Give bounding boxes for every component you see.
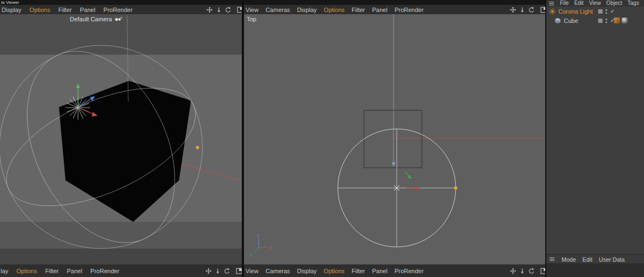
viewport-nav-icons [510,268,547,274]
menu-filter[interactable]: Filter [45,268,58,274]
object-name[interactable]: Cube [564,17,578,24]
texture-tag[interactable] [614,17,620,23]
om-menu-user-data[interactable]: User Data [599,256,624,263]
camera-label-text: Default Camera [70,16,112,22]
pan-icon[interactable] [205,268,212,274]
material-tag[interactable] [622,17,628,23]
cube-top-outline[interactable] [364,110,422,168]
hamburger-icon[interactable] [548,1,554,6]
perspective-scene [0,14,242,264]
om-menu-object[interactable]: Object [606,0,622,6]
cinema4d-workspace: te Viewer Display Options Filter Panel P… [0,0,644,277]
rotate-icon[interactable] [528,268,535,274]
menu-filter[interactable]: Filter [351,268,365,274]
object-manager: File Edit View Object Tags Corona Light … [546,0,644,277]
y-handle-arrow[interactable] [76,84,80,88]
menu-view[interactable]: View [246,268,259,274]
cube-silhouette[interactable] [59,81,191,222]
viewport-nav-icons [205,268,242,274]
enabled-check-icon[interactable]: ✓ [610,9,615,14]
menu-display[interactable]: Display [297,268,317,274]
viewport-nav-icons [206,7,243,13]
dolly-icon[interactable] [214,268,221,274]
pan-icon[interactable] [510,7,516,13]
perspective-viewport-menubar: Display Options Filter Panel ProRender [0,5,247,14]
menu-display-cut[interactable]: lay [1,268,8,274]
hamburger-icon[interactable] [549,257,555,262]
menu-prorender[interactable]: ProRender [395,7,424,13]
menu-options[interactable]: Options [324,7,344,13]
dolly-icon[interactable] [216,7,222,13]
window-title-strip: te Viewer [0,0,546,5]
perspective-canvas[interactable]: Default Camera [0,14,242,264]
layer-toggle[interactable] [598,19,603,23]
axis-x-label: x [270,245,272,250]
pan-icon[interactable] [206,7,213,13]
menu-prorender[interactable]: ProRender [104,7,133,13]
visibility-dots-icon[interactable] [605,17,608,24]
visibility-dots-icon[interactable] [605,8,608,15]
top-viewport-bottom-menubar: View Cameras Display Options Filter Pane… [244,264,550,277]
object-toggles: ✓ [598,17,615,24]
object-manager-bottom-bar: Mode Edit User Data [546,254,644,264]
object-row-corona-light[interactable]: Corona Light ✓ [546,7,644,16]
viewport-nav-icons [510,7,547,13]
rotate-icon[interactable] [528,7,535,13]
top-view-canvas[interactable]: z x y Top [244,14,545,264]
object-toggles: ✓ [598,8,615,15]
om-menu-mode[interactable]: Mode [562,256,576,263]
layer-toggle[interactable] [598,9,603,14]
menu-display[interactable]: Display [2,7,21,13]
menu-panel[interactable]: Panel [372,268,387,274]
menu-view[interactable]: View [246,7,259,13]
axis-z-label: z [257,233,260,238]
falloff-radius-handle[interactable] [196,146,199,149]
menu-panel[interactable]: Panel [80,7,95,13]
corona-light-icon [549,8,556,15]
menu-prorender[interactable]: ProRender [395,268,424,274]
object-tags [614,17,628,23]
camera-label: Default Camera [70,16,122,22]
view-label-text: Top [247,16,257,22]
pan-icon[interactable] [510,268,516,274]
menu-panel[interactable]: Panel [372,7,387,13]
menu-options[interactable]: Options [324,268,344,274]
axis-y-label: y [250,252,253,257]
menu-filter[interactable]: Filter [351,7,365,13]
menu-options[interactable]: Options [16,268,37,274]
om-menu-view[interactable]: View [589,0,601,6]
om-menu-tags[interactable]: Tags [628,0,639,6]
om-menu-edit[interactable]: Edit [582,256,592,263]
cube-icon [554,17,561,24]
world-axis-gizmo: z x y [250,233,272,257]
object-manager-menubar: File Edit View Object Tags [546,0,644,7]
camera-icon [115,16,122,22]
dolly-icon[interactable] [519,7,526,13]
view-label: Top [247,16,257,22]
object-manager-footer [546,263,644,277]
rotate-icon[interactable] [224,268,230,274]
menu-cameras[interactable]: Cameras [266,7,290,13]
menu-filter[interactable]: Filter [58,7,71,13]
z-axis-arrowhead[interactable] [392,162,396,167]
x-handle-arrow[interactable] [415,186,420,190]
menu-display[interactable]: Display [297,7,317,13]
top-view-scene: z x y [244,14,545,264]
menu-panel[interactable]: Panel [67,268,82,274]
perspective-viewport-bottom-menubar: lay Options Filter Panel ProRender [0,264,246,277]
falloff-radius-handle[interactable] [454,186,457,190]
window-title: te Viewer [1,0,19,5]
object-row-cube[interactable]: Cube ✓ [546,16,644,25]
om-menu-edit[interactable]: Edit [574,0,583,6]
om-menu-file[interactable]: File [560,0,569,6]
rotate-icon[interactable] [225,7,231,13]
object-name[interactable]: Corona Light [558,8,593,15]
menu-options[interactable]: Options [29,7,50,13]
top-viewport-menubar: View Cameras Display Options Filter Pane… [244,5,550,14]
dolly-icon[interactable] [519,268,526,274]
menu-prorender[interactable]: ProRender [91,268,120,274]
menu-cameras[interactable]: Cameras [266,268,290,274]
y-handle-line[interactable] [405,172,409,176]
